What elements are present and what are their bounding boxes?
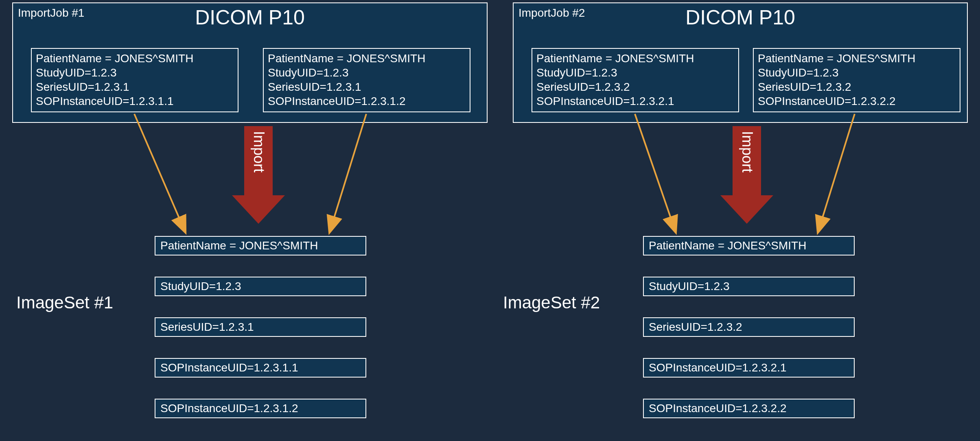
imageset-1-study: StudyUID=1.2.3 bbox=[155, 277, 366, 296]
import-job-2-label: ImportJob #2 bbox=[518, 7, 585, 20]
job1-instance-b: PatientName = JONES^SMITH StudyUID=1.2.3… bbox=[263, 48, 470, 112]
imageset-2-study: StudyUID=1.2.3 bbox=[643, 277, 855, 296]
job1-instance-b-sop: SOPInstanceUID=1.2.3.1.2 bbox=[268, 94, 466, 108]
job2-instance-a-sop: SOPInstanceUID=1.2.3.2.1 bbox=[536, 94, 734, 108]
job1-instance-b-study: StudyUID=1.2.3 bbox=[268, 65, 466, 80]
arrow-job2-b bbox=[818, 114, 855, 232]
imageset-2-sop1: SOPInstanceUID=1.2.3.2.1 bbox=[643, 358, 855, 378]
imageset-2-sop2: SOPInstanceUID=1.2.3.2.2 bbox=[643, 399, 855, 418]
svg-marker-2 bbox=[232, 195, 285, 224]
job1-instance-b-patient: PatientName = JONES^SMITH bbox=[268, 51, 466, 65]
import-arrow-1-text: Import bbox=[251, 131, 267, 172]
arrow-job1-a bbox=[134, 114, 185, 232]
job2-instance-a-study: StudyUID=1.2.3 bbox=[536, 65, 734, 80]
imageset-2-patient: PatientName = JONES^SMITH bbox=[643, 236, 855, 255]
job2-instance-a-patient: PatientName = JONES^SMITH bbox=[536, 51, 734, 65]
job2-instance-a: PatientName = JONES^SMITH StudyUID=1.2.3… bbox=[532, 48, 739, 112]
import-job-1-label: ImportJob #1 bbox=[18, 7, 84, 20]
imageset-2-series: SeriesUID=1.2.3.2 bbox=[643, 317, 855, 337]
import-arrow-2-text: Import bbox=[739, 131, 756, 172]
job1-instance-a: PatientName = JONES^SMITH StudyUID=1.2.3… bbox=[31, 48, 238, 112]
job1-instance-b-series: SeriesUID=1.2.3.1 bbox=[268, 80, 466, 94]
imageset-2-label: ImageSet #2 bbox=[503, 293, 600, 312]
import-job-2-box: ImportJob #2 DICOM P10 PatientName = JON… bbox=[513, 2, 968, 123]
job2-instance-b-sop: SOPInstanceUID=1.2.3.2.2 bbox=[758, 94, 956, 108]
imageset-1-sop2: SOPInstanceUID=1.2.3.1.2 bbox=[155, 399, 366, 418]
imageset-1-label: ImageSet #1 bbox=[16, 293, 113, 312]
job2-instance-b-patient: PatientName = JONES^SMITH bbox=[758, 51, 956, 65]
job1-instance-a-sop: SOPInstanceUID=1.2.3.1.1 bbox=[36, 94, 234, 108]
svg-marker-4 bbox=[720, 195, 773, 224]
job2-instance-b: PatientName = JONES^SMITH StudyUID=1.2.3… bbox=[753, 48, 960, 112]
imageset-1-sop1: SOPInstanceUID=1.2.3.1.1 bbox=[155, 358, 366, 378]
svg-rect-3 bbox=[733, 126, 761, 195]
svg-rect-1 bbox=[244, 126, 273, 195]
import-job-1-box: ImportJob #1 DICOM P10 PatientName = JON… bbox=[12, 2, 488, 123]
job2-instance-b-study: StudyUID=1.2.3 bbox=[758, 65, 956, 80]
imageset-1-patient: PatientName = JONES^SMITH bbox=[155, 236, 366, 255]
job1-instance-a-patient: PatientName = JONES^SMITH bbox=[36, 51, 234, 65]
arrow-job1-b bbox=[330, 114, 366, 232]
job1-instance-a-series: SeriesUID=1.2.3.1 bbox=[36, 80, 234, 94]
job1-instance-a-study: StudyUID=1.2.3 bbox=[36, 65, 234, 80]
import-arrow-2: Import bbox=[720, 126, 773, 224]
import-job-2-title: DICOM P10 bbox=[685, 6, 795, 29]
arrow-job2-a bbox=[635, 114, 676, 232]
job2-instance-a-series: SeriesUID=1.2.3.2 bbox=[536, 80, 734, 94]
imageset-1-series: SeriesUID=1.2.3.1 bbox=[155, 317, 366, 337]
job2-instance-b-series: SeriesUID=1.2.3.2 bbox=[758, 80, 956, 94]
import-arrow-1: Import bbox=[232, 126, 285, 224]
import-job-1-title: DICOM P10 bbox=[195, 6, 305, 29]
